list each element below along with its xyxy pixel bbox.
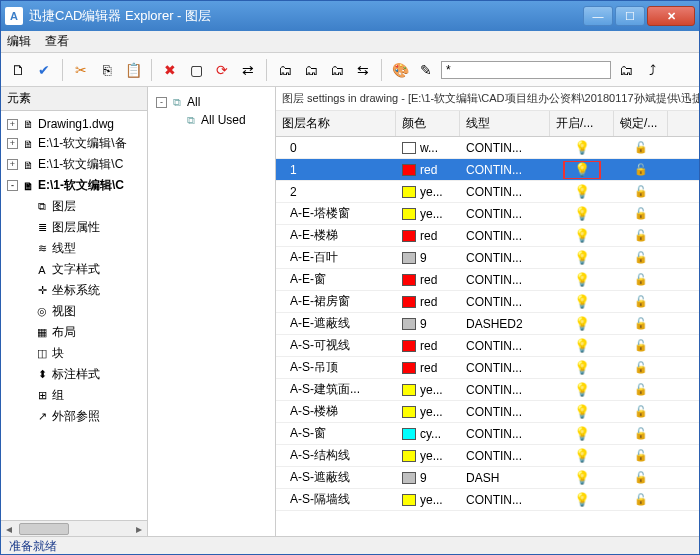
table-row[interactable]: A-S-隔墙线ye...CONTIN...💡🔓 — [276, 489, 699, 511]
new-layer-icon[interactable]: ▢ — [185, 59, 207, 81]
cell-color[interactable]: red — [396, 273, 460, 287]
cell-lock[interactable]: 🔓 — [614, 229, 668, 242]
bulb-icon[interactable]: 💡 — [574, 360, 590, 375]
table-row[interactable]: A-S-吊顶redCONTIN...💡🔓 — [276, 357, 699, 379]
lock-icon[interactable]: 🔓 — [634, 163, 648, 176]
lock-icon[interactable]: 🔓 — [634, 339, 648, 352]
table-row[interactable]: A-E-遮蔽线9DASHED2💡🔓 — [276, 313, 699, 335]
bulb-icon[interactable]: 💡 — [574, 206, 590, 221]
cell-on[interactable]: 💡 — [550, 140, 614, 155]
cell-color[interactable]: red — [396, 163, 460, 177]
cell-color[interactable]: ye... — [396, 185, 460, 199]
cell-color[interactable]: cy... — [396, 427, 460, 441]
cell-on[interactable]: 💡 — [550, 316, 614, 331]
lock-icon[interactable]: 🔓 — [634, 207, 648, 220]
lock-icon[interactable]: 🔓 — [634, 449, 648, 462]
lock-icon[interactable]: 🔓 — [634, 427, 648, 440]
bulb-icon[interactable]: 💡 — [574, 338, 590, 353]
cell-linetype[interactable]: DASHED2 — [460, 317, 550, 331]
cell-linetype[interactable]: CONTIN... — [460, 163, 550, 177]
table-row[interactable]: A-S-可视线redCONTIN...💡🔓 — [276, 335, 699, 357]
filter-item[interactable]: -⧉All — [152, 93, 271, 111]
tree-child-item[interactable]: ⊞组 — [3, 385, 145, 406]
bulb-icon[interactable]: 💡 — [574, 250, 590, 265]
cell-lock[interactable]: 🔓 — [614, 273, 668, 286]
layer-states-icon[interactable]: 🗂 — [326, 59, 348, 81]
cell-linetype[interactable]: CONTIN... — [460, 251, 550, 265]
lock-icon[interactable]: 🔓 — [634, 383, 648, 396]
tree-item[interactable]: +🗎Drawing1.dwg — [3, 115, 145, 133]
filter-tree[interactable]: -⧉All⧉All Used — [148, 87, 275, 135]
table-row[interactable]: A-E-楼梯redCONTIN...💡🔓 — [276, 225, 699, 247]
cell-lock[interactable]: 🔓 — [614, 361, 668, 374]
bulb-icon[interactable]: 💡 — [574, 470, 590, 485]
tree-child-item[interactable]: ≋线型 — [3, 238, 145, 259]
tree-child-item[interactable]: ◎视图 — [3, 301, 145, 322]
cell-linetype[interactable]: CONTIN... — [460, 273, 550, 287]
cell-linetype[interactable]: CONTIN... — [460, 427, 550, 441]
bulb-icon[interactable]: 💡 — [574, 184, 590, 199]
lock-icon[interactable]: 🔓 — [634, 273, 648, 286]
table-row[interactable]: A-S-楼梯ye...CONTIN...💡🔓 — [276, 401, 699, 423]
cell-lock[interactable]: 🔓 — [614, 251, 668, 264]
cell-linetype[interactable]: CONTIN... — [460, 207, 550, 221]
layer-manage-icon[interactable]: 🗂 — [615, 59, 637, 81]
cell-on[interactable]: 💡 — [550, 426, 614, 441]
cell-lock[interactable]: 🔓 — [614, 471, 668, 484]
cell-lock[interactable]: 🔓 — [614, 405, 668, 418]
maximize-button[interactable]: ☐ — [615, 6, 645, 26]
bulb-icon[interactable]: 💡 — [574, 162, 590, 177]
color-icon[interactable]: 🎨 — [389, 59, 411, 81]
cell-lock[interactable]: 🔓 — [614, 207, 668, 220]
lock-icon[interactable]: 🔓 — [634, 405, 648, 418]
cell-lock[interactable]: 🔓 — [614, 141, 668, 154]
cell-on[interactable]: 💡 — [550, 338, 614, 353]
col-color[interactable]: 颜色 — [396, 111, 460, 136]
cell-color[interactable]: red — [396, 295, 460, 309]
bulb-icon[interactable]: 💡 — [574, 492, 590, 507]
close-button[interactable]: ✕ — [647, 6, 695, 26]
col-on[interactable]: 开启/... — [550, 111, 614, 136]
lock-icon[interactable]: 🔓 — [634, 185, 648, 198]
cell-lock[interactable]: 🔓 — [614, 339, 668, 352]
brush-icon[interactable]: ✎ — [415, 59, 437, 81]
copy-icon[interactable]: ⎘ — [96, 59, 118, 81]
expand-icon[interactable]: + — [7, 138, 18, 149]
cell-linetype[interactable]: CONTIN... — [460, 449, 550, 463]
filter-input[interactable] — [441, 61, 611, 79]
cell-color[interactable]: w... — [396, 141, 460, 155]
cell-on[interactable]: 💡 — [550, 470, 614, 485]
cell-on[interactable]: 💡 — [550, 448, 614, 463]
cell-on[interactable]: 💡 — [550, 228, 614, 243]
left-scroll[interactable]: ◂▸ — [1, 520, 147, 536]
cell-color[interactable]: red — [396, 361, 460, 375]
tree-item[interactable]: -🗎E:\1-软文编辑\C — [3, 175, 145, 196]
lock-icon[interactable]: 🔓 — [634, 317, 648, 330]
tree-item[interactable]: +🗎E:\1-软文编辑\C — [3, 154, 145, 175]
cell-linetype[interactable]: CONTIN... — [460, 493, 550, 507]
table-row[interactable]: A-S-建筑面...ye...CONTIN...💡🔓 — [276, 379, 699, 401]
lock-icon[interactable]: 🔓 — [634, 471, 648, 484]
cut-icon[interactable]: ✂ — [70, 59, 92, 81]
bulb-icon[interactable]: 💡 — [574, 272, 590, 287]
elements-tree[interactable]: +🗎Drawing1.dwg+🗎E:\1-软文编辑\备+🗎E:\1-软文编辑\C… — [1, 111, 147, 520]
lock-icon[interactable]: 🔓 — [634, 229, 648, 242]
bulb-icon[interactable]: 💡 — [574, 316, 590, 331]
cell-color[interactable]: ye... — [396, 383, 460, 397]
cell-linetype[interactable]: CONTIN... — [460, 339, 550, 353]
lock-icon[interactable]: 🔓 — [634, 251, 648, 264]
table-row[interactable]: 1redCONTIN...💡🔓 — [276, 159, 699, 181]
cell-linetype[interactable]: CONTIN... — [460, 185, 550, 199]
bulb-icon[interactable]: 💡 — [574, 382, 590, 397]
expand-icon[interactable]: + — [7, 119, 18, 130]
refresh-icon[interactable]: ⟳ — [211, 59, 233, 81]
bulb-icon[interactable]: 💡 — [574, 426, 590, 441]
lock-icon[interactable]: 🔓 — [634, 361, 648, 374]
tree-child-item[interactable]: ▦布局 — [3, 322, 145, 343]
bulb-icon[interactable]: 💡 — [574, 294, 590, 309]
cell-lock[interactable]: 🔓 — [614, 295, 668, 308]
cell-lock[interactable]: 🔓 — [614, 427, 668, 440]
cell-on[interactable]: 💡 — [550, 360, 614, 375]
paste-icon[interactable]: 📋 — [122, 59, 144, 81]
bulb-icon[interactable]: 💡 — [574, 140, 590, 155]
